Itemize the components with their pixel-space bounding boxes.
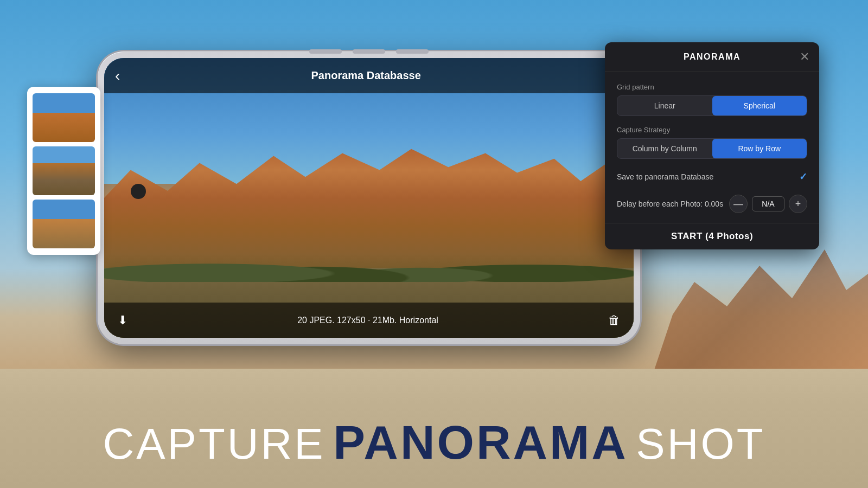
headline-capture: CAPTURE — [103, 420, 325, 468]
capture-strategy-toggle: Column by Column Row by Row — [617, 138, 807, 159]
download-icon[interactable]: ⬇ — [118, 313, 127, 328]
screen-shrubs — [104, 240, 634, 281]
row-by-row-button[interactable]: Row by Row — [712, 139, 807, 158]
capture-strategy-label: Capture Strategy — [617, 126, 807, 134]
phone-top-btn-2 — [353, 49, 385, 54]
phone-footer: ⬇ 20 JPEG. 127x50 · 21Mb. Horizontal 🗑 — [104, 303, 634, 338]
phone-title: Panorama Databasse — [131, 69, 601, 82]
focus-dot — [131, 184, 146, 199]
delay-plus-button[interactable]: + — [789, 195, 807, 213]
panel-body: Grid pattern Linear Spherical Capture St… — [605, 72, 819, 224]
save-to-db-label: Save to panorama Database — [617, 172, 713, 181]
panel-header: PANORAMA ✕ — [605, 42, 819, 72]
phone-top-btn-1 — [309, 49, 342, 54]
column-by-column-button[interactable]: Column by Column — [617, 139, 712, 158]
delay-minus-button[interactable]: — — [729, 195, 748, 213]
phone-frame: ‹ Panorama Databasse ⬇ 20 JPEG. 127x50 ·… — [98, 52, 640, 344]
grid-pattern-section: Grid pattern Linear Spherical — [617, 83, 807, 116]
grid-pattern-label: Grid pattern — [617, 83, 807, 91]
delay-value: N/A — [752, 196, 784, 211]
trash-icon[interactable]: 🗑 — [608, 313, 620, 328]
thumbnail-1[interactable] — [33, 93, 95, 142]
capture-strategy-section: Capture Strategy Column by Column Row by… — [617, 126, 807, 159]
start-button[interactable]: START (4 Photos) — [605, 223, 819, 249]
save-to-db-row: Save to panorama Database ✓ — [617, 169, 807, 185]
save-checkmark[interactable]: ✓ — [799, 171, 807, 183]
back-button[interactable]: ‹ — [115, 67, 120, 85]
phone-top-buttons — [309, 49, 429, 54]
bottom-headline: CAPTURE PANORAMA SHOT — [0, 419, 868, 466]
thumbnail-sidebar — [27, 87, 100, 255]
photo-info: 20 JPEG. 127x50 · 21Mb. Horizontal — [127, 316, 608, 325]
panel-title: PANORAMA — [684, 52, 741, 62]
delay-row: Delay before each Photo: 0.00s — N/A + — [617, 195, 807, 213]
grid-linear-button[interactable]: Linear — [617, 96, 712, 115]
close-button[interactable]: ✕ — [800, 51, 809, 63]
headline-shot: SHOT — [636, 420, 765, 468]
thumbnail-2[interactable] — [33, 146, 95, 195]
phone-screen: ‹ Panorama Databasse ⬇ 20 JPEG. 127x50 ·… — [104, 58, 634, 338]
panorama-panel: PANORAMA ✕ Grid pattern Linear Spherical… — [605, 42, 819, 249]
delay-label: Delay before each Photo: 0.00s — [617, 200, 724, 208]
phone-top-btn-3 — [396, 49, 429, 54]
grid-pattern-toggle: Linear Spherical — [617, 95, 807, 116]
phone-header: ‹ Panorama Databasse — [104, 58, 634, 93]
grid-spherical-button[interactable]: Spherical — [712, 96, 807, 115]
phone-mockup: ‹ Panorama Databasse ⬇ 20 JPEG. 127x50 ·… — [98, 52, 640, 350]
panorama-image — [104, 58, 634, 338]
delay-controls: — N/A + — [729, 195, 807, 213]
thumbnail-3[interactable] — [33, 200, 95, 248]
headline-panorama: PANORAMA — [333, 415, 628, 469]
